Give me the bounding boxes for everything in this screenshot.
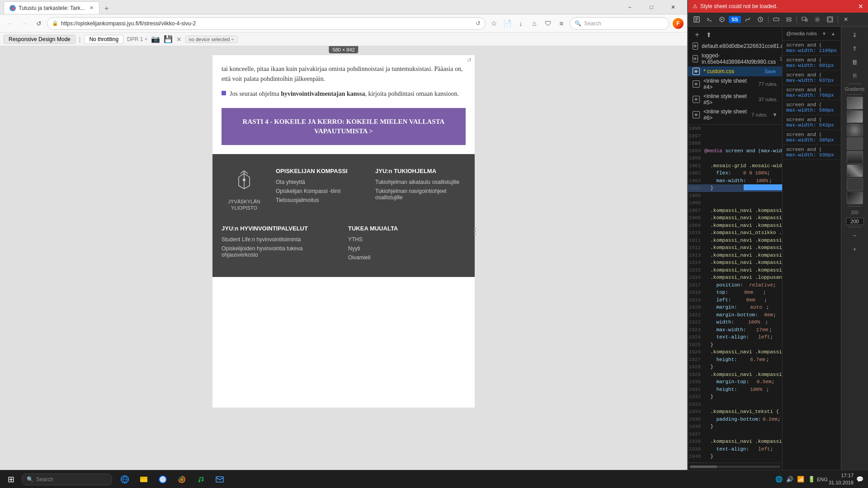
footer-link-nav[interactable]: Tukiohjelman navigointiohjeet osallistuj… bbox=[375, 188, 466, 201]
file-row-custom[interactable]: 👁 * custom.css Save bbox=[688, 66, 782, 76]
footer-link-yths[interactable]: YTHS bbox=[348, 236, 466, 243]
eye-toggle-custom[interactable]: 👁 bbox=[693, 68, 700, 75]
notification-icon[interactable]: 💬 bbox=[855, 475, 864, 484]
minimize-button[interactable]: − bbox=[619, 0, 640, 14]
eye-toggle-inline6[interactable]: 👁 bbox=[693, 111, 700, 118]
gradient-swatch-7[interactable] bbox=[847, 178, 863, 191]
debugger-button[interactable] bbox=[716, 14, 728, 24]
memory-button[interactable] bbox=[755, 14, 766, 24]
file-row-logged-in[interactable]: 👁 logged-in.65eb44d389844fd9b980.css 173… bbox=[688, 51, 782, 66]
taskbar-icon-firefox[interactable] bbox=[173, 470, 191, 488]
footer-link-schedule[interactable]: Tukiohjelman aikataulu osallistujille bbox=[375, 179, 466, 185]
network-button[interactable] bbox=[770, 14, 782, 24]
footer-link-contact[interactable]: Ota yhteyttä bbox=[276, 179, 366, 185]
storage-button[interactable] bbox=[783, 14, 795, 24]
taskbar-icon-mail[interactable] bbox=[211, 470, 229, 488]
footer-link-team[interactable]: Opiskelijan Kompassi -tiimi bbox=[276, 188, 366, 194]
gradient-swatch-5[interactable] bbox=[847, 151, 863, 164]
tab-close-button[interactable]: ✕ bbox=[90, 5, 94, 11]
no-throttle-button[interactable]: No throttling bbox=[84, 35, 123, 44]
device-selected-badge[interactable]: no device selected ÷ bbox=[185, 36, 237, 43]
back-button[interactable]: ← bbox=[4, 17, 16, 30]
inspector-button[interactable] bbox=[691, 14, 703, 24]
eye-toggle-logged-in[interactable]: 👁 bbox=[693, 55, 698, 62]
gradient-swatch-1[interactable] bbox=[847, 97, 863, 109]
gradient-swatch-4[interactable] bbox=[847, 137, 863, 150]
file-row-inline6[interactable]: 👁 <inline style sheet #6> 7 rules. ▼ bbox=[688, 107, 782, 122]
tray-icon-3[interactable]: 📶 bbox=[796, 475, 805, 484]
battery-icon[interactable]: 🔋 bbox=[807, 475, 816, 484]
media-rule-1199[interactable]: screen and ( max-width: 1199px bbox=[783, 41, 841, 56]
maximize-button[interactable]: □ bbox=[641, 0, 662, 14]
right-btn-1[interactable]: ⇓ bbox=[847, 28, 863, 41]
address-refresh-icon[interactable]: ↺ bbox=[476, 20, 481, 27]
tray-icon-1[interactable]: 🌐 bbox=[774, 475, 783, 484]
footer-link-students[interactable]: Opiskelijoiden hyvinvointia tukeva ohjau… bbox=[222, 245, 339, 258]
responsive-button[interactable] bbox=[799, 14, 811, 24]
scroll-icon[interactable]: ▼ bbox=[772, 112, 778, 118]
forward-button[interactable]: → bbox=[18, 17, 31, 30]
style-editor-button[interactable]: SS bbox=[729, 16, 741, 23]
error-close-button[interactable]: ✕ bbox=[858, 3, 863, 10]
file-row-default[interactable]: 👁 default.e80d0dbe2326631cce81.css 2216 … bbox=[688, 41, 782, 51]
save-file-button[interactable]: Save bbox=[763, 68, 778, 75]
console-button[interactable] bbox=[703, 14, 715, 24]
close-button[interactable]: ✕ bbox=[663, 0, 684, 14]
reload-button[interactable]: ↺ bbox=[33, 17, 45, 30]
tray-icon-2[interactable]: 🔊 bbox=[785, 475, 794, 484]
media-rule-330[interactable]: screen and ( max-width: 330px bbox=[783, 145, 841, 160]
performance-button[interactable] bbox=[742, 14, 754, 24]
right-btn-grow[interactable]: + bbox=[847, 243, 863, 255]
taskbar-search-box[interactable]: 🔍 Search bbox=[22, 474, 112, 485]
right-btn-delete[interactable]: 🗑 bbox=[847, 56, 863, 68]
responsive-mode-button[interactable]: Responsive Design Mode bbox=[4, 35, 75, 44]
address-bar[interactable]: 🔒 https://opiskelijankompassi.jyu.fi/fi/… bbox=[47, 17, 486, 30]
import-button[interactable]: ⬆ bbox=[704, 30, 713, 39]
cta-button[interactable]: RASTI 4 - KOKEILE JA KERRO: KOKEILE MIEL… bbox=[222, 108, 466, 145]
media-rule-937[interactable]: screen and ( max-width: 937px bbox=[783, 70, 841, 85]
eye-toggle-inline4[interactable]: 👁 bbox=[693, 80, 700, 88]
shield-button[interactable]: 🛡 bbox=[542, 17, 554, 30]
media-rule-580[interactable]: screen and ( max-width: 580px bbox=[783, 100, 841, 115]
media-rule-385[interactable]: screen and ( max-width: 385px bbox=[783, 130, 841, 145]
size-number-input[interactable] bbox=[846, 218, 864, 225]
footer-link-privacy[interactable]: Tietosuojailmoitus bbox=[276, 197, 366, 203]
download-button[interactable]: ↓ bbox=[514, 17, 527, 30]
viewport-resize-handle[interactable] bbox=[471, 55, 478, 408]
gradient-swatch-6[interactable] bbox=[847, 164, 863, 177]
home-button[interactable]: ⌂ bbox=[528, 17, 541, 30]
reader-view-button[interactable]: 📄 bbox=[501, 17, 514, 30]
footer-link-oivamieli[interactable]: Oivamieli bbox=[348, 254, 466, 261]
taskbar-icon-explorer[interactable] bbox=[135, 470, 153, 488]
file-row-inline5[interactable]: 👁 <inline style sheet #5> 37 rules. bbox=[688, 92, 782, 107]
media-up-button[interactable]: ▲ bbox=[829, 29, 837, 38]
settings-button[interactable] bbox=[811, 14, 823, 24]
close-devtools-button[interactable]: ✕ bbox=[840, 14, 852, 24]
bookmark-star-button[interactable]: ☆ bbox=[487, 17, 500, 30]
frame-button[interactable] bbox=[824, 14, 836, 24]
gradient-swatch-3[interactable] bbox=[847, 124, 863, 136]
code-editor[interactable]: 1896 1897 1898 1899 @ bbox=[688, 125, 782, 463]
new-tab-button[interactable]: + bbox=[101, 3, 112, 14]
media-rule-991[interactable]: screen and ( max-width: 991px bbox=[783, 56, 841, 70]
start-button[interactable]: ⊞ bbox=[0, 470, 22, 488]
browser-tab[interactable]: 🔖 Tutustu ja tarkastele: Tark... ✕ bbox=[4, 1, 99, 14]
right-btn-2[interactable]: ⇑ bbox=[847, 42, 863, 55]
file-row-inline4[interactable]: 👁 <inline style sheet #4> 77 rules. bbox=[688, 76, 782, 92]
eye-toggle-inline5[interactable]: 👁 bbox=[693, 96, 700, 103]
scrollbar-thumb[interactable] bbox=[690, 465, 717, 468]
taskbar-icon-ie[interactable] bbox=[116, 470, 134, 488]
media-rule-543[interactable]: screen and ( max-width: 543px bbox=[783, 115, 841, 130]
footer-link-nyyti[interactable]: Nyyti bbox=[348, 245, 466, 252]
tray-icon-keyboard[interactable]: ENG bbox=[818, 475, 827, 484]
menu-button[interactable]: ≡ bbox=[555, 17, 568, 30]
add-stylesheet-button[interactable]: + bbox=[693, 30, 702, 39]
media-down-button[interactable]: ▼ bbox=[820, 29, 828, 38]
screenshot-icon[interactable]: 📷 bbox=[151, 35, 160, 43]
media-rule-768[interactable]: screen and ( max-width: 768px bbox=[783, 85, 841, 100]
taskbar-icon-ie2[interactable] bbox=[154, 470, 172, 488]
footer-link-student-life[interactable]: Student Life:n hyvinvointitoiminta bbox=[222, 236, 339, 243]
taskbar-icon-music[interactable] bbox=[192, 470, 210, 488]
gradient-swatch-8[interactable] bbox=[847, 192, 863, 204]
save-icon[interactable]: 💾 bbox=[164, 35, 173, 43]
